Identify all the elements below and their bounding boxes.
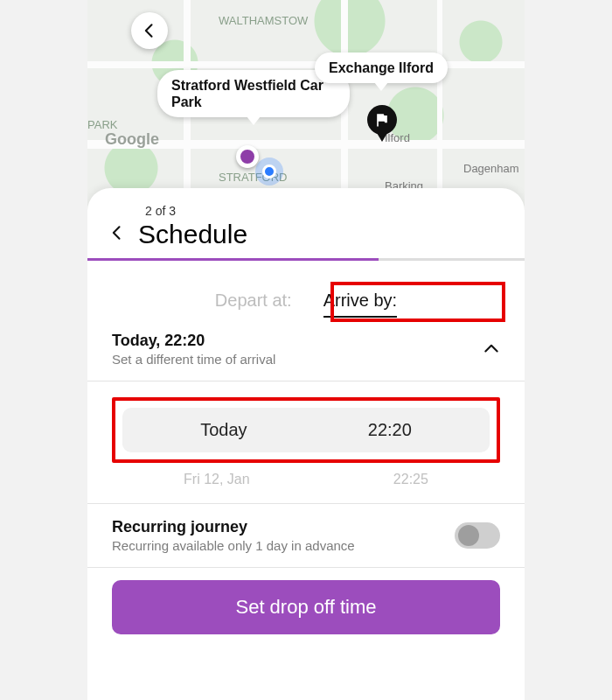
step-indicator: 2 of 3 [145, 204, 525, 218]
gps-location-icon [262, 164, 276, 178]
datetime-picker-next-row[interactable]: Fri 12, Jan 22:25 [112, 472, 500, 487]
sheet-title: Schedule [138, 220, 247, 249]
tab-arrive-by[interactable]: Arrive by: [323, 285, 397, 318]
map-place-label: PARK [87, 118, 117, 131]
time-mode-tabs: Depart at: Arrive by: [112, 285, 500, 318]
set-dropoff-time-button[interactable]: Set drop off time [112, 580, 500, 634]
map-place-label: STRATFORD [219, 171, 287, 184]
recurring-section: Recurring journey Recurring available on… [87, 503, 525, 568]
tutorial-highlight-box: Today 22:20 [112, 397, 500, 463]
map-road [437, 0, 442, 210]
picker-time-next: 22:25 [393, 472, 428, 487]
progress-bar [87, 258, 525, 261]
progress-done [87, 258, 379, 261]
selected-time-section[interactable]: Today, 22:20 Set a different time of arr… [87, 318, 525, 382]
phone-frame: WALTHAMSTOW STRATFORD Ilford Barking Dag… [87, 0, 525, 700]
recurring-subtext: Recurring available only 1 day in advanc… [112, 538, 355, 553]
map-back-button[interactable] [131, 12, 168, 49]
picker-day: Today [200, 420, 247, 440]
destination-label-text: Exchange Ilford [329, 60, 434, 75]
chevron-left-icon [108, 224, 126, 242]
destination-label-chip[interactable]: Exchange Ilford [315, 52, 448, 83]
map-attribution: Google [105, 130, 159, 149]
origin-pin-icon [236, 145, 259, 168]
sheet-back-button[interactable] [108, 224, 126, 245]
recurring-title: Recurring journey [112, 518, 355, 536]
selected-time-heading: Today, 22:20 [112, 332, 275, 350]
chevron-up-icon [483, 340, 500, 358]
map-place-label: WALTHAMSTOW [219, 14, 308, 27]
picker-time: 22:20 [368, 420, 412, 440]
map-road [87, 61, 525, 68]
origin-label-text: Stratford Westfield Car Park [171, 78, 323, 109]
chevron-left-icon [141, 22, 158, 39]
picker-day-next: Fri 12, Jan [184, 472, 250, 487]
datetime-picker-selected-row[interactable]: Today 22:20 [122, 408, 490, 452]
selected-time-subtext: Set a different time of arrival [112, 352, 275, 367]
recurring-toggle[interactable] [455, 522, 500, 549]
flag-icon [373, 111, 391, 129]
destination-pin-icon [367, 105, 397, 135]
map-place-label: Dagenham [463, 162, 519, 175]
map-area[interactable]: WALTHAMSTOW STRATFORD Ilford Barking Dag… [87, 0, 525, 210]
bottom-sheet: 2 of 3 Schedule Depart at: Arrive by: To… [87, 188, 525, 700]
tab-depart-at[interactable]: Depart at: [215, 285, 292, 318]
datetime-picker[interactable]: Today 22:20 Fri 12, Jan 22:25 [87, 382, 525, 503]
